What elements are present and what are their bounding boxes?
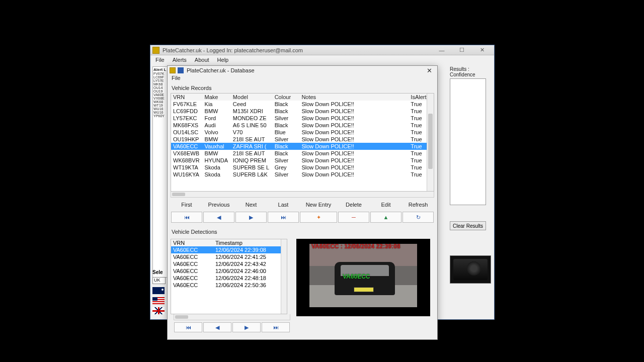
table-row[interactable]: LY57EKCFordMONDEO ZESilverSlow Down POLI… bbox=[171, 115, 434, 122]
detections-grid[interactable]: VRN Timestamp VA60ECC12/06/2024 22:39:08… bbox=[171, 239, 287, 314]
det-next-button[interactable]: ▶ bbox=[232, 322, 261, 332]
cell-notes: Slow Down POLICE!! bbox=[299, 101, 409, 108]
vehicle-records-grid[interactable]: VRN Make Model Colour Notes IsAlert FV67… bbox=[171, 93, 434, 192]
alert-list-item[interactable]: WU16 bbox=[153, 107, 169, 111]
table-row[interactable]: WK68BVRHYUNDAIONIQ PREMSilverSlow Down P… bbox=[171, 157, 434, 164]
records-section-title: Vehicle Records bbox=[168, 83, 437, 92]
maximize-button[interactable]: ☐ bbox=[452, 46, 472, 55]
db-titlebar[interactable]: PlateCatcher.uk - Database ✕ bbox=[168, 66, 437, 75]
lbl-first: First bbox=[171, 202, 203, 208]
table-row[interactable]: WT19KTASkodaSUPERB SE LGreySlow Down POL… bbox=[171, 164, 434, 171]
cell-notes: Slow Down POLICE!! bbox=[299, 122, 409, 129]
cell-colour: Blue bbox=[273, 129, 300, 136]
table-row[interactable]: VA60ECC12/06/2024 22:43:42 bbox=[171, 260, 287, 267]
table-row[interactable]: LC69FDDBMWM135I XDRIBlackSlow Down POLIC… bbox=[171, 108, 434, 115]
alert-list-item[interactable]: VX68E bbox=[153, 97, 169, 100]
cell-model: 218I SE AUT bbox=[231, 136, 273, 143]
country-dropdown[interactable]: UK bbox=[152, 277, 166, 284]
table-row[interactable]: OU19HKPBMW218I SE AUTSilverSlow Down POL… bbox=[171, 136, 434, 143]
col-make[interactable]: Make bbox=[203, 94, 231, 101]
det-last-button[interactable]: ⏭ bbox=[262, 322, 290, 332]
table-row[interactable]: FV67KLEKiaCeedBlackSlow Down POLICE!!Tru… bbox=[171, 101, 434, 108]
cell-vrn: OU19HKP bbox=[171, 136, 203, 143]
db-menu-file[interactable]: File bbox=[172, 75, 181, 81]
next-button[interactable]: ▶ bbox=[235, 212, 267, 223]
table-row[interactable]: VA60ECC12/06/2024 22:50:36 bbox=[171, 282, 287, 289]
menu-about[interactable]: About bbox=[195, 57, 209, 63]
cell-vrn: WU16KYA bbox=[171, 171, 203, 178]
alert-list-item[interactable]: LC69F bbox=[153, 75, 169, 79]
alert-list-item[interactable]: YP60Y bbox=[153, 114, 169, 118]
table-row[interactable]: VA60ECC12/06/2024 22:46:00 bbox=[171, 267, 287, 275]
table-row[interactable]: VA60ECC12/06/2024 22:39:08 bbox=[171, 246, 287, 253]
records-header-row[interactable]: VRN Make Model Colour Notes IsAlert bbox=[171, 94, 434, 101]
records-vscrollbar[interactable] bbox=[427, 94, 434, 191]
cell-model: Ceed bbox=[231, 101, 273, 108]
menu-file[interactable]: File bbox=[155, 57, 165, 63]
detections-nav: ⏮ ◀ ▶ ⏭ bbox=[174, 322, 290, 332]
close-button[interactable]: ✕ bbox=[472, 46, 492, 55]
table-row[interactable]: OU14LSCVolvoV70BlueSlow Down POLICE!!Tru… bbox=[171, 129, 434, 136]
alert-list-item[interactable]: MK68 bbox=[153, 82, 169, 86]
alert-list-header: Alert L bbox=[153, 67, 169, 72]
cell-colour: Silver bbox=[273, 115, 300, 122]
thumbnail-plate-icon bbox=[475, 261, 487, 265]
alert-list-item[interactable]: WU16 bbox=[153, 111, 169, 114]
col-colour[interactable]: Colour bbox=[273, 94, 300, 101]
results-header: Results : Confidence bbox=[450, 66, 490, 77]
db-close-button[interactable]: ✕ bbox=[423, 66, 435, 74]
alert-list-item[interactable]: LY57E bbox=[153, 79, 169, 82]
det-first-button[interactable]: ⏮ bbox=[174, 322, 202, 332]
prev-icon: ◀ bbox=[217, 214, 221, 221]
menu-help[interactable]: Help bbox=[217, 57, 229, 63]
alert-list-item[interactable]: WT19 bbox=[153, 104, 169, 107]
clear-results-button[interactable]: Clear Results bbox=[450, 221, 486, 230]
alert-list-item[interactable]: OU19 bbox=[153, 89, 169, 93]
cell-make: Vauxhal bbox=[203, 143, 231, 150]
cell-notes: Slow Down POLICE!! bbox=[299, 171, 409, 178]
cell-notes: Slow Down POLICE!! bbox=[299, 164, 409, 171]
delete-button[interactable]: ─ bbox=[338, 212, 369, 223]
last-button[interactable]: ⏭ bbox=[268, 212, 299, 223]
detections-header-row[interactable]: VRN Timestamp bbox=[171, 239, 287, 246]
new-entry-button[interactable]: ✦ bbox=[300, 212, 337, 223]
table-row[interactable]: VA60ECC12/06/2024 22:41:25 bbox=[171, 253, 287, 260]
col-vrn[interactable]: VRN bbox=[171, 94, 203, 101]
detections-section-title: Vehicle Detections bbox=[168, 227, 437, 236]
cell-notes: Slow Down POLICE!! bbox=[299, 157, 409, 164]
flag-aus-icon[interactable] bbox=[152, 287, 165, 294]
alert-list-item[interactable]: VA60E bbox=[153, 93, 169, 97]
alert-list-item[interactable]: OU14 bbox=[153, 86, 169, 89]
results-listbox[interactable] bbox=[450, 78, 486, 205]
det-col-timestamp[interactable]: Timestamp bbox=[213, 239, 287, 246]
previous-button[interactable]: ◀ bbox=[203, 212, 234, 223]
table-row[interactable]: WU16KYASkodaSUPERB L&KSilverSlow Down PO… bbox=[171, 171, 434, 178]
edit-button[interactable]: ▲ bbox=[370, 212, 401, 223]
minimize-button[interactable]: — bbox=[432, 46, 452, 55]
table-row[interactable]: MK68FXSAudiA6 S LINE 50BlackSlow Down PO… bbox=[171, 122, 434, 129]
main-titlebar[interactable]: PlateCatcher.uk - Logged In: platecatche… bbox=[150, 45, 494, 55]
cell-vrn: WK68BVR bbox=[171, 157, 203, 164]
first-button[interactable]: ⏮ bbox=[171, 212, 202, 223]
alert-list-item[interactable]: FV67K bbox=[153, 72, 169, 75]
detections-hscrollbar[interactable] bbox=[174, 314, 290, 320]
refresh-button[interactable]: ↻ bbox=[403, 212, 434, 223]
flag-uk-icon[interactable] bbox=[152, 307, 165, 314]
table-row[interactable]: VX68EWBBMW218I SE AUTBlackSlow Down POLI… bbox=[171, 150, 434, 157]
main-menubar: File Alerts About Help bbox=[150, 55, 494, 64]
cell-colour: Black bbox=[273, 122, 300, 129]
alert-list-item[interactable]: WK68 bbox=[153, 100, 169, 104]
table-row[interactable]: VA60ECC12/06/2024 22:48:18 bbox=[171, 275, 287, 282]
col-notes[interactable]: Notes bbox=[299, 94, 409, 101]
menu-alerts[interactable]: Alerts bbox=[173, 57, 187, 63]
detections-vscrollbar[interactable] bbox=[281, 239, 287, 314]
skip-last-icon: ⏭ bbox=[273, 324, 279, 330]
det-col-vrn[interactable]: VRN bbox=[171, 239, 213, 246]
flag-usa-icon[interactable] bbox=[152, 297, 165, 304]
det-previous-button[interactable]: ◀ bbox=[203, 322, 231, 332]
cell-vrn: VA60ECC bbox=[171, 246, 213, 253]
col-model[interactable]: Model bbox=[231, 94, 273, 101]
records-hscrollbar[interactable] bbox=[171, 192, 434, 198]
cell-timestamp: 12/06/2024 22:43:42 bbox=[213, 260, 287, 267]
table-row[interactable]: VA60ECCVauxhalZAFIRA SRI (BlackSlow Down… bbox=[171, 143, 434, 150]
